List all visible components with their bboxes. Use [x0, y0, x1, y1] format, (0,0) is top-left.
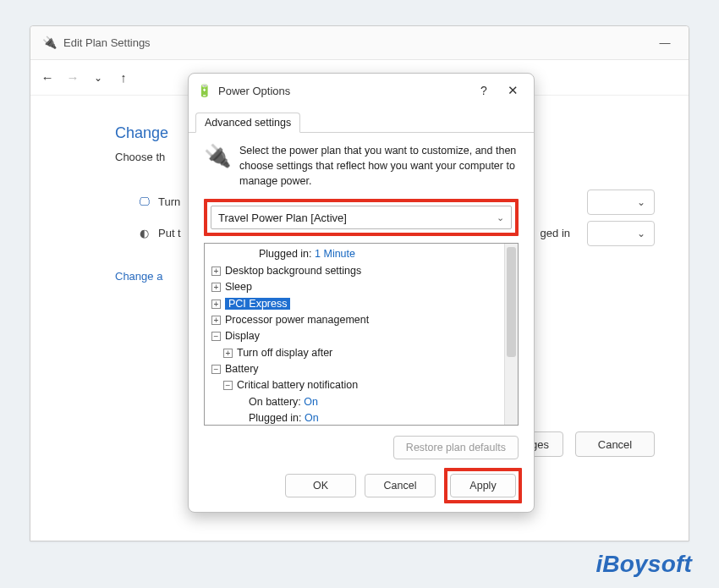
- tree-pci-express-label: PCI Express: [225, 298, 290, 310]
- highlight-plan-select: Travel Power Plan [Active] ⌄: [204, 199, 519, 236]
- power-options-icon: 🔋: [197, 84, 211, 97]
- change-advanced-link[interactable]: Change a: [115, 270, 162, 283]
- dialog-cancel-label: Cancel: [384, 480, 417, 492]
- power-options-dialog: 🔋 Power Options ? ✕ Advanced settings 🔌 …: [188, 73, 535, 513]
- watermark-brand: iBoysoft: [596, 551, 692, 578]
- back-button[interactable]: ←: [37, 68, 58, 88]
- plugged-in-header-tail: ged in: [541, 227, 570, 239]
- cancel-label: Cancel: [598, 438, 632, 451]
- chevron-down-icon: ⌄: [497, 212, 504, 223]
- help-button[interactable]: ?: [469, 84, 498, 97]
- restore-defaults-label: Restore plan defaults: [406, 442, 506, 453]
- minimize-button[interactable]: —: [648, 36, 682, 49]
- dialog-actions: OK Cancel Apply: [200, 468, 522, 503]
- tree-display[interactable]: −Display: [211, 328, 514, 344]
- titlebar: 🔌 Edit Plan Settings —: [30, 26, 689, 60]
- dialog-description: Select the power plan that you want to c…: [239, 143, 519, 189]
- power-plan-icon: 🔌: [204, 143, 229, 168]
- expand-icon[interactable]: +: [211, 267, 221, 276]
- settings-tree[interactable]: Plugged in: 1 Minute +Desktop background…: [204, 243, 519, 426]
- power-plan-select-value: Travel Power Plan [Active]: [218, 212, 347, 224]
- sleep-dropdown[interactable]: ⌄: [587, 221, 655, 246]
- window-title: Edit Plan Settings: [63, 36, 648, 49]
- up-button[interactable]: ↑: [113, 68, 134, 88]
- forward-button[interactable]: →: [63, 68, 83, 88]
- display-icon: 🖵: [136, 195, 151, 208]
- recent-dropdown-icon[interactable]: ⌄: [88, 68, 108, 88]
- tree-plugged-in[interactable]: Plugged in: On: [249, 410, 514, 426]
- highlight-apply: Apply: [444, 468, 522, 503]
- tree-scrollbar[interactable]: [504, 244, 518, 425]
- tree-desktop-bg[interactable]: +Desktop background settings: [211, 263, 514, 279]
- dialog-title: Power Options: [218, 85, 469, 97]
- collapse-icon[interactable]: −: [223, 381, 233, 390]
- sleep-icon: ◐: [136, 227, 151, 239]
- tree-sleep[interactable]: +Sleep: [211, 279, 514, 295]
- turn-off-display-dropdown[interactable]: ⌄: [587, 190, 655, 215]
- tree-processor[interactable]: +Processor power management: [211, 312, 514, 328]
- dialog-cancel-button[interactable]: Cancel: [365, 474, 436, 497]
- tab-advanced-settings[interactable]: Advanced settings: [195, 113, 300, 133]
- ok-label: OK: [313, 480, 328, 492]
- tree-critical-notification[interactable]: −Critical battery notification: [223, 377, 514, 393]
- collapse-icon[interactable]: −: [211, 365, 221, 374]
- tree-plugged-in-top-value: 1 Minute: [315, 248, 355, 260]
- expand-icon[interactable]: +: [223, 349, 233, 358]
- apply-button[interactable]: Apply: [450, 474, 516, 497]
- expand-icon[interactable]: +: [211, 299, 221, 309]
- tabbar: Advanced settings: [189, 107, 534, 133]
- expand-icon[interactable]: +: [211, 283, 221, 292]
- power-plan-select[interactable]: Travel Power Plan [Active] ⌄: [211, 206, 512, 229]
- tree-pci-express[interactable]: +PCI Express: [211, 296, 514, 312]
- tree-turn-off-display[interactable]: +Turn off display after: [223, 345, 514, 361]
- expand-icon[interactable]: +: [211, 316, 221, 325]
- dialog-titlebar: 🔋 Power Options ? ✕: [189, 74, 534, 107]
- tree-plugged-in-top[interactable]: Plugged in: 1 Minute: [259, 246, 514, 262]
- power-plug-icon: 🔌: [42, 36, 57, 49]
- restore-defaults-button[interactable]: Restore plan defaults: [393, 436, 519, 459]
- cancel-button[interactable]: Cancel: [575, 431, 655, 457]
- collapse-icon[interactable]: −: [211, 332, 221, 341]
- tree-plugged-in-top-label: Plugged in:: [259, 248, 312, 260]
- scrollbar-thumb[interactable]: [507, 247, 516, 357]
- ok-button[interactable]: OK: [285, 474, 356, 497]
- dialog-body: 🔌 Select the power plan that you want to…: [189, 133, 534, 466]
- tree-on-battery[interactable]: On battery: On: [249, 394, 514, 410]
- close-button[interactable]: ✕: [498, 83, 527, 98]
- apply-label: Apply: [469, 480, 496, 492]
- tree-battery[interactable]: −Battery: [211, 361, 514, 377]
